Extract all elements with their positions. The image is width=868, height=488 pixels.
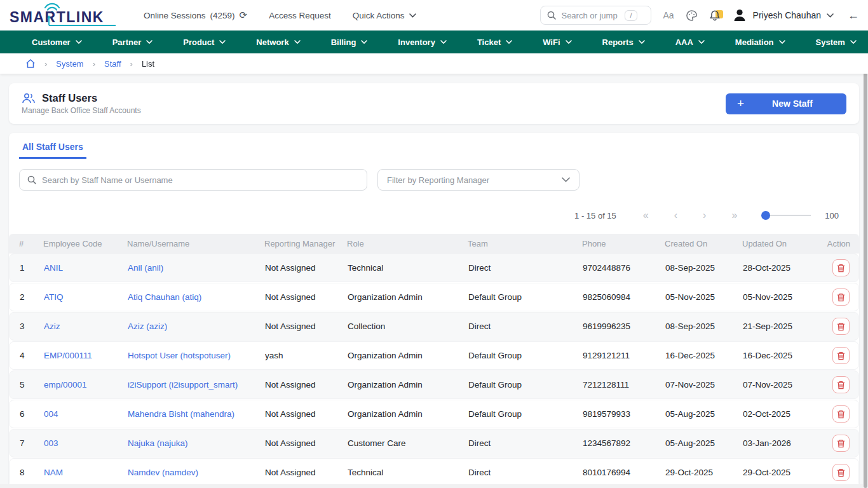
notifications-bell[interactable]	[709, 10, 721, 22]
online-sessions-label: Online Sessions	[144, 11, 206, 20]
new-staff-button[interactable]: + New Staff	[726, 93, 846, 114]
delete-staff-button[interactable]	[832, 464, 850, 481]
vertical-scrollbar[interactable]	[863, 53, 868, 488]
employee-code-link[interactable]: ATIQ	[44, 292, 128, 302]
updated-on-cell: 29-Oct-2025	[743, 468, 823, 477]
quick-actions-menu[interactable]: Quick Actions	[353, 11, 416, 20]
tab-bar: All Staff Users	[9, 133, 859, 159]
reporting-manager-filter[interactable]: Filter by Reporting Manager	[377, 169, 580, 191]
staff-search-input[interactable]	[42, 175, 359, 185]
refresh-icon[interactable]: ⟳	[240, 10, 248, 21]
reporting-manager-cell: yash	[265, 351, 348, 360]
row-number: 8	[20, 468, 44, 477]
trash-icon	[837, 439, 845, 448]
chevron-down-icon	[779, 40, 785, 44]
phone-cell: 9825060984	[583, 292, 665, 302]
nav-item-ticket[interactable]: Ticket	[462, 30, 527, 53]
nav-item-product[interactable]: Product	[168, 30, 241, 53]
created-on-cell: 07-Nov-2025	[665, 380, 743, 390]
employee-code-link[interactable]: 004	[44, 409, 128, 419]
staff-name-link[interactable]: Namdev (namdev)	[128, 468, 265, 477]
column-header: Phone	[582, 239, 665, 248]
main-navigation: Customer Partner Product Network Billing…	[0, 30, 868, 53]
staff-name-link[interactable]: Atiq Chauhan (atiq)	[128, 292, 265, 302]
trash-icon	[837, 410, 845, 419]
nav-item-partner[interactable]: Partner	[97, 30, 168, 53]
user-name: Priyesh Chauhan	[753, 10, 821, 20]
staff-name-link[interactable]: Anil (anil)	[128, 263, 265, 273]
employee-code-link[interactable]: EMP/000111	[44, 351, 128, 360]
nav-item-customer[interactable]: Customer	[17, 30, 97, 53]
text-size-toggle[interactable]: Aa	[663, 10, 674, 20]
trash-icon	[837, 468, 845, 477]
nav-item-reports[interactable]: Reports	[587, 30, 660, 53]
updated-on-cell: 07-Nov-2025	[743, 380, 823, 390]
delete-staff-button[interactable]	[832, 347, 850, 364]
delete-staff-button[interactable]	[832, 376, 850, 393]
team-cell: Direct	[468, 438, 583, 448]
nav-item-wifi[interactable]: WiFi	[527, 30, 587, 53]
nav-item-network[interactable]: Network	[241, 30, 315, 53]
team-cell: Default Group	[468, 380, 583, 390]
scrollbar-thumb[interactable]	[864, 64, 867, 488]
breadcrumb-staff[interactable]: Staff	[104, 59, 121, 69]
staff-search[interactable]	[19, 169, 367, 191]
role-cell: Collection	[348, 322, 468, 331]
staff-name-link[interactable]: Najuka (najuka)	[128, 438, 265, 448]
staff-name-link[interactable]: Mahendra Bisht (mahendra)	[128, 409, 265, 419]
horizontal-scrollbar[interactable]	[0, 484, 863, 488]
chevron-down-icon	[361, 40, 367, 44]
employee-code-link[interactable]: Aziz	[44, 322, 128, 331]
employee-code-link[interactable]: 003	[44, 438, 128, 448]
employee-code-link[interactable]: NAM	[44, 468, 128, 477]
phone-cell: 1234567892	[583, 438, 665, 448]
delete-staff-button[interactable]	[832, 259, 850, 276]
row-number: 3	[20, 322, 44, 331]
delete-staff-button[interactable]	[832, 318, 850, 335]
main-content: Staff Users Manage Back Office Staff Acc…	[0, 74, 868, 488]
employee-code-link[interactable]: ANIL	[44, 263, 128, 273]
next-page-button[interactable]: ›	[690, 210, 719, 221]
collapse-back-arrow[interactable]: ←	[848, 9, 859, 22]
nav-item-inventory[interactable]: Inventory	[383, 30, 462, 53]
user-menu[interactable]: Priyesh Chauhan	[732, 8, 834, 23]
first-page-button[interactable]: «	[630, 210, 661, 221]
nav-item-system[interactable]: System	[801, 30, 868, 53]
updated-on-cell: 03-Jan-2026	[743, 438, 823, 448]
created-on-cell: 08-Sep-2025	[665, 322, 743, 331]
search-icon	[547, 11, 556, 20]
staff-name-link[interactable]: i2iSupport (i2isupport_smart)	[128, 380, 265, 390]
employee-code-link[interactable]: emp/00001	[44, 380, 128, 390]
staff-name-link[interactable]: Aziz (aziz)	[128, 322, 265, 331]
column-header: Action	[822, 239, 850, 248]
breadcrumb-separator: ›	[130, 59, 133, 69]
online-sessions[interactable]: Online Sessions (4259) ⟳	[144, 10, 247, 21]
column-header: #	[19, 239, 43, 248]
reporting-manager-cell: Not Assigned	[265, 380, 348, 390]
delete-staff-button[interactable]	[832, 405, 850, 423]
delete-staff-button[interactable]	[832, 435, 850, 452]
tab-all-staff-users[interactable]: All Staff Users	[19, 139, 86, 159]
phone-cell: 8010176994	[583, 468, 665, 477]
smartlink-logo[interactable]: SMARTLINK	[9, 3, 118, 28]
role-cell: Organization Admin	[348, 380, 468, 390]
breadcrumb-system[interactable]: System	[56, 59, 83, 69]
column-header: Updated On	[742, 239, 822, 248]
slider-handle[interactable]	[761, 211, 770, 220]
column-header: Created On	[665, 239, 742, 248]
nav-item-aaa[interactable]: AAA	[660, 30, 720, 53]
global-search-input[interactable]	[561, 11, 620, 20]
created-on-cell: 05-Aug-2025	[665, 438, 743, 448]
nav-item-mediation[interactable]: Mediation	[720, 30, 801, 53]
access-request-link[interactable]: Access Request	[269, 11, 331, 20]
breadcrumb-separator: ›	[93, 59, 95, 69]
global-search[interactable]: /	[540, 6, 651, 25]
nav-item-billing[interactable]: Billing	[316, 30, 383, 53]
theme-palette-icon[interactable]	[686, 10, 698, 22]
staff-name-link[interactable]: Hotspot User (hotspotuser)	[128, 351, 265, 360]
last-page-button[interactable]: »	[719, 210, 750, 221]
delete-staff-button[interactable]	[832, 288, 850, 306]
chevron-down-icon	[562, 177, 570, 182]
prev-page-button[interactable]: ‹	[661, 210, 690, 221]
home-icon[interactable]	[25, 58, 36, 69]
